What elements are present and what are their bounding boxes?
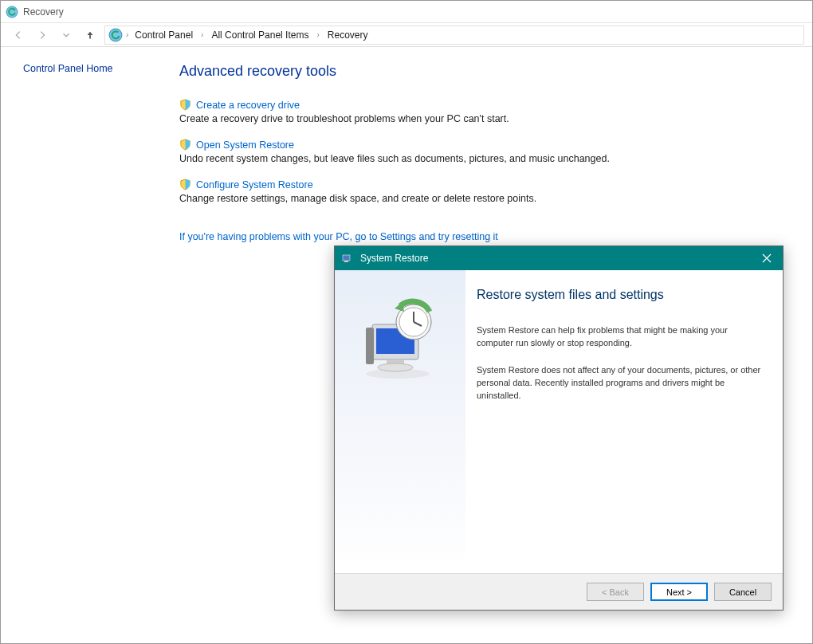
breadcrumb: Control Panel › All Control Panel Items … xyxy=(132,28,371,42)
svg-rect-2 xyxy=(343,255,350,261)
tool-description: Create a recovery drive to troubleshoot … xyxy=(179,113,788,124)
back-button: < Back xyxy=(587,583,644,601)
recent-dropdown[interactable] xyxy=(57,26,76,45)
dialog-paragraph: System Restore can help fix problems tha… xyxy=(477,324,764,350)
breadcrumb-icon xyxy=(108,28,123,42)
up-button[interactable] xyxy=(81,26,100,45)
chevron-right-icon: › xyxy=(199,30,205,39)
dialog-sidebar xyxy=(335,270,465,573)
tool-item: Create a recovery drive Create a recover… xyxy=(179,99,788,124)
svg-rect-9 xyxy=(366,328,374,364)
breadcrumb-item[interactable]: Control Panel xyxy=(132,28,196,42)
chevron-right-icon: › xyxy=(124,30,130,39)
chevron-right-icon: › xyxy=(315,30,320,39)
svg-rect-3 xyxy=(344,261,348,262)
dialog-footer: < Back Next > Cancel xyxy=(335,573,783,610)
tool-description: Undo recent system changes, but leave fi… xyxy=(179,153,788,164)
shield-icon xyxy=(179,139,191,151)
shield-icon xyxy=(179,179,191,190)
reset-pc-link[interactable]: If you're having problems with your PC, … xyxy=(179,231,498,242)
main-panel: Advanced recovery tools Create a recover… xyxy=(160,63,812,242)
system-restore-dialog: System Restore Restore system xyxy=(334,245,784,611)
address-bar[interactable]: › Control Panel › All Control Panel Item… xyxy=(104,26,804,45)
dialog-heading: Restore system files and settings xyxy=(477,288,764,302)
control-panel-home-link[interactable]: Control Panel Home xyxy=(23,63,113,74)
window-titlebar: Recovery xyxy=(1,1,812,23)
dialog-titlebar[interactable]: System Restore xyxy=(335,246,783,270)
cancel-button[interactable]: Cancel xyxy=(714,583,772,601)
create-recovery-drive-link[interactable]: Create a recovery drive xyxy=(196,100,300,111)
breadcrumb-item[interactable]: Recovery xyxy=(324,28,371,42)
system-restore-icon xyxy=(341,252,354,265)
close-button[interactable] xyxy=(757,249,776,268)
tool-item: Open System Restore Undo recent system c… xyxy=(179,139,788,164)
app-icon xyxy=(6,6,18,18)
tool-description: Change restore settings, manage disk spa… xyxy=(179,193,788,204)
window-title: Recovery xyxy=(23,6,64,18)
configure-system-restore-link[interactable]: Configure System Restore xyxy=(196,179,313,190)
content-area: Control Panel Home Advanced recovery too… xyxy=(1,47,812,242)
shield-icon xyxy=(179,99,191,111)
dialog-content: Restore system files and settings System… xyxy=(465,270,783,573)
restore-illustration-icon xyxy=(356,294,444,382)
next-button[interactable]: Next > xyxy=(650,583,708,601)
open-system-restore-link[interactable]: Open System Restore xyxy=(196,139,294,151)
svg-point-8 xyxy=(378,363,413,371)
dialog-body: Restore system files and settings System… xyxy=(335,270,783,573)
page-heading: Advanced recovery tools xyxy=(179,63,788,80)
sidebar: Control Panel Home xyxy=(1,63,160,242)
breadcrumb-item[interactable]: All Control Panel Items xyxy=(208,28,312,42)
tool-item: Configure System Restore Change restore … xyxy=(179,179,788,204)
dialog-title: System Restore xyxy=(360,253,428,264)
back-button[interactable] xyxy=(9,26,28,45)
dialog-paragraph: System Restore does not affect any of yo… xyxy=(477,364,764,402)
navigation-bar: › Control Panel › All Control Panel Item… xyxy=(1,23,812,47)
forward-button[interactable] xyxy=(33,26,52,45)
